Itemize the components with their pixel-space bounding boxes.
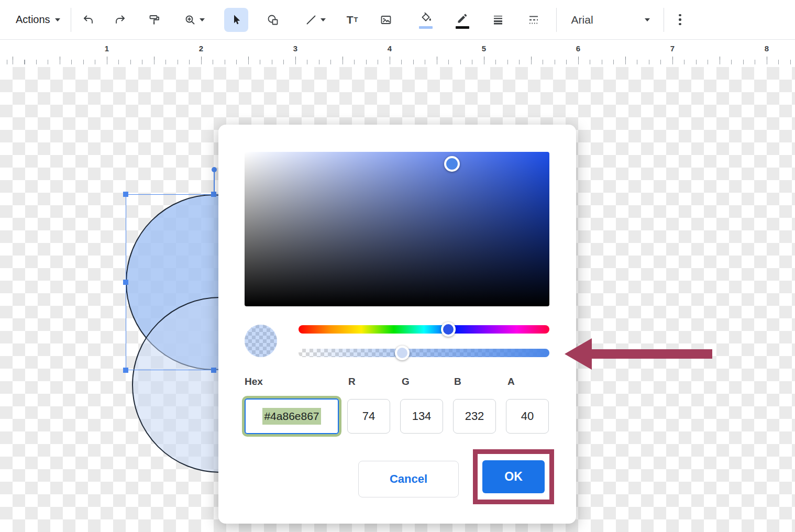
red-label: R [348,376,356,387]
hue-slider-thumb[interactable] [441,322,456,337]
resize-handle-bottom-left[interactable] [123,368,128,373]
green-input[interactable] [400,399,443,434]
alpha-gradient [299,349,549,357]
green-label: G [402,376,410,387]
chevron-down-icon [645,18,650,21]
annotation-arrow-icon [560,335,717,373]
alpha-slider[interactable] [299,349,549,357]
red-input[interactable] [347,399,390,434]
saturation-brightness-area[interactable] [245,152,549,306]
redo-icon [114,14,126,26]
fill-color-button[interactable] [414,8,438,32]
more-options-button[interactable] [668,8,692,32]
chevron-down-icon [321,18,326,21]
line-icon [305,14,317,26]
border-color-swatch [456,26,469,29]
rotation-handle[interactable] [212,167,217,172]
zoom-button[interactable] [177,8,212,32]
custom-color-dialog: Hex R G B A #4a86e867 Cancel OK [218,125,576,524]
text-icon: T [347,14,354,26]
shape-tool-button[interactable] [261,8,285,32]
fill-color-swatch [419,26,433,29]
undo-icon [82,14,95,26]
paint-format-icon [148,14,161,26]
hex-input-value: #4a86e867 [262,408,321,425]
border-color-button[interactable] [450,8,474,32]
rotation-handle-line [214,172,215,194]
insert-image-button[interactable] [374,8,398,32]
image-icon [380,14,392,26]
drawing-editor: Actions [0,0,795,532]
ruler-number: 1 [105,44,109,53]
alpha-slider-thumb[interactable] [395,346,410,360]
resize-handle-top-center[interactable] [211,192,216,197]
alpha-input[interactable] [506,399,549,434]
select-tool-button[interactable] [224,8,248,32]
chevron-down-icon [200,18,205,21]
line-tool-button[interactable] [299,8,332,32]
hex-input[interactable]: #4a86e867 [245,398,339,434]
resize-handle-top-left[interactable] [123,192,128,197]
ruler-number: 3 [293,44,297,53]
toolbar: Actions [0,0,795,40]
undo-button[interactable] [76,8,101,32]
border-color-icon [456,12,469,25]
toolbar-separator [71,8,71,32]
ok-button-highlight-box: OK [473,449,554,504]
horizontal-ruler: 1 2 3 4 5 6 7 8 [0,40,795,67]
color-preview-overlay [245,325,277,357]
hex-input-focus-ring: #4a86e867 [242,396,341,437]
border-weight-icon [492,14,504,26]
redo-button[interactable] [108,8,132,32]
border-weight-button[interactable] [486,8,510,32]
color-preview-swatch [245,325,277,357]
toolbar-separator [664,8,664,32]
zoom-icon [184,14,196,26]
ruler-number: 6 [576,44,580,53]
alpha-label: A [507,376,515,387]
paint-format-button[interactable] [142,8,167,32]
ok-button[interactable]: OK [482,460,545,493]
shape-icon [267,14,279,26]
text-tool-button[interactable]: TT [340,8,365,32]
hue-slider[interactable] [299,325,549,334]
color-picker-cursor[interactable] [444,156,460,172]
fill-color-icon [419,12,432,25]
ruler-minor-ticks [0,60,795,64]
select-cursor-icon [230,14,242,26]
resize-handle-middle-left[interactable] [123,280,128,285]
ruler-number: 8 [765,44,769,53]
hex-label: Hex [245,376,263,387]
cancel-button[interactable]: Cancel [358,461,459,497]
border-dash-icon [527,14,540,26]
border-dash-button[interactable] [522,8,546,32]
font-family-value: Arial [571,14,593,26]
toolbar-separator [556,8,557,32]
chevron-down-icon [55,18,60,21]
blue-label: B [454,376,461,387]
ruler-number: 2 [199,44,203,53]
more-options-icon [679,14,681,26]
actions-menu-button[interactable]: Actions [9,8,67,32]
blue-input[interactable] [453,399,496,434]
ruler-number: 5 [482,44,486,53]
font-family-select[interactable]: Arial [564,8,657,32]
resize-handle-bottom-center[interactable] [211,368,216,373]
ruler-number: 4 [388,44,392,53]
actions-menu-label: Actions [16,14,50,26]
ruler-number: 7 [670,44,675,53]
